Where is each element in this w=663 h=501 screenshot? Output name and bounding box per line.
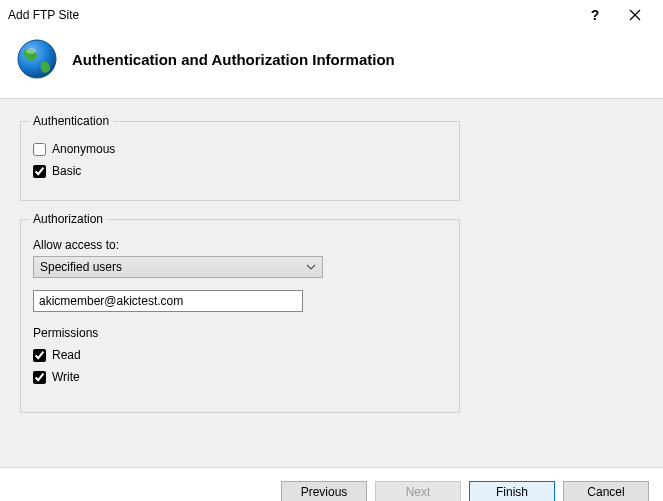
page-title: Authentication and Authorization Informa…	[72, 51, 395, 68]
content-area: Authentication Anonymous Basic Authoriza…	[0, 98, 663, 468]
window-title: Add FTP Site	[8, 8, 575, 22]
allow-access-selected: Specified users	[40, 260, 122, 274]
wizard-header: Authentication and Authorization Informa…	[0, 30, 663, 98]
write-checkbox-row[interactable]: Write	[33, 370, 447, 384]
basic-checkbox-row[interactable]: Basic	[33, 164, 447, 178]
help-button[interactable]: ?	[575, 0, 615, 30]
previous-button[interactable]: Previous	[281, 481, 367, 502]
basic-checkbox[interactable]	[33, 165, 46, 178]
allow-access-label: Allow access to:	[33, 238, 447, 252]
authorization-group: Authorization Allow access to: Specified…	[20, 219, 460, 413]
anonymous-checkbox-row[interactable]: Anonymous	[33, 142, 447, 156]
authentication-group: Authentication Anonymous Basic	[20, 121, 460, 201]
globe-icon	[16, 38, 58, 80]
finish-button[interactable]: Finish	[469, 481, 555, 502]
permissions-label: Permissions	[33, 326, 447, 340]
next-button: Next	[375, 481, 461, 502]
button-bar: Previous Next Finish Cancel	[0, 468, 663, 501]
svg-point-2	[18, 40, 56, 78]
authentication-legend: Authentication	[29, 114, 113, 128]
write-label: Write	[52, 370, 80, 384]
authorization-legend: Authorization	[29, 212, 107, 226]
close-icon	[629, 9, 641, 21]
anonymous-checkbox[interactable]	[33, 143, 46, 156]
read-label: Read	[52, 348, 81, 362]
chevron-down-icon	[306, 264, 316, 270]
allow-access-select[interactable]: Specified users	[33, 256, 323, 278]
read-checkbox[interactable]	[33, 349, 46, 362]
titlebar: Add FTP Site ?	[0, 0, 663, 30]
basic-label: Basic	[52, 164, 81, 178]
cancel-button[interactable]: Cancel	[563, 481, 649, 502]
anonymous-label: Anonymous	[52, 142, 115, 156]
close-button[interactable]	[615, 0, 655, 30]
write-checkbox[interactable]	[33, 371, 46, 384]
svg-point-3	[26, 48, 36, 54]
users-input[interactable]	[33, 290, 303, 312]
read-checkbox-row[interactable]: Read	[33, 348, 447, 362]
